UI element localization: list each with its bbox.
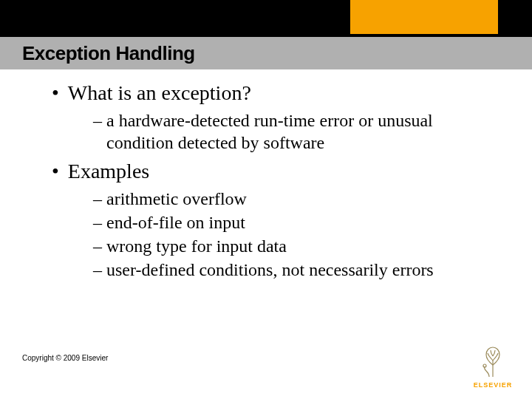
sub-bullet-marker: –: [93, 109, 102, 132]
sub-bullet-item: – end-of-file on input: [93, 211, 502, 233]
copyright-text: Copyright © 2009 Elsevier: [22, 354, 108, 362]
sub-bullet-text: arithmetic overflow: [106, 188, 247, 210]
elsevier-tree-icon: [473, 340, 513, 380]
bullet-marker: •: [52, 80, 59, 106]
sub-bullet-marker: –: [93, 259, 102, 281]
sub-bullet-text: end-of-file on input: [106, 211, 245, 233]
slide-title: Exception Handling: [22, 42, 195, 65]
sub-bullet-marker: –: [93, 235, 102, 257]
sub-bullet-text: user-defined conditions, not necessarily…: [106, 259, 434, 281]
bullet-text: What is an exception?: [68, 80, 251, 106]
bullet-marker: •: [52, 158, 59, 185]
sub-bullet-text: a hardware-detected run-time error or un…: [106, 109, 498, 154]
title-bar: Exception Handling: [0, 37, 532, 69]
bullet-item: • Examples: [37, 158, 502, 185]
sub-bullet-text: wrong type for input data: [106, 235, 287, 257]
bullet-item: • What is an exception?: [37, 80, 502, 106]
sub-bullet-marker: –: [93, 188, 102, 210]
sub-bullet-marker: –: [93, 211, 102, 233]
sub-bullet-item: – user-defined conditions, not necessari…: [93, 259, 502, 281]
sub-bullet-item: – wrong type for input data: [93, 235, 502, 257]
slide-content: • What is an exception? – a hardware-det…: [37, 80, 502, 282]
sub-bullet-item: – a hardware-detected run-time error or …: [93, 109, 502, 154]
publisher-logo-label: ELSEVIER: [467, 381, 519, 389]
sub-bullet-item: – arithmetic overflow: [93, 188, 502, 210]
header-orange-block: [350, 0, 498, 34]
publisher-logo: ELSEVIER: [467, 340, 519, 389]
bullet-text: Examples: [68, 158, 149, 185]
